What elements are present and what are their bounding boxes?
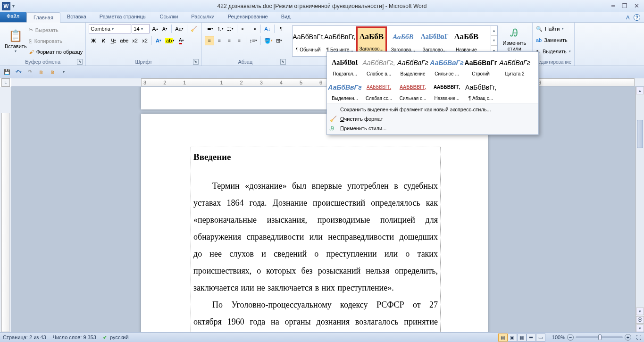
font-color-button[interactable]: A▾ bbox=[176, 36, 186, 45]
tab-home[interactable]: Главная bbox=[26, 12, 60, 23]
doc-paragraph-1[interactable]: Термин «дознание» был впервые употреблен… bbox=[193, 177, 438, 296]
close-icon[interactable]: ✕ bbox=[634, 2, 639, 9]
apply-styles-item[interactable]: ᎯПрименить стили... bbox=[327, 124, 538, 133]
style-item[interactable]: АаБбВвІПодзагол... bbox=[328, 53, 361, 77]
scroll-thumb[interactable] bbox=[637, 120, 643, 148]
paste-button[interactable]: 📋 Вставить ▾ bbox=[3, 25, 29, 57]
show-marks-button[interactable]: ¶ bbox=[276, 24, 286, 33]
style-item[interactable]: ААББВВГГ,Сильная с... bbox=[396, 78, 429, 101]
grow-font-button[interactable]: A▴ bbox=[150, 24, 159, 33]
increase-indent-button[interactable]: ⇥ bbox=[249, 24, 259, 33]
format-painter-button[interactable]: 🖌 Формат по образцу bbox=[29, 47, 83, 57]
borders-button[interactable]: ⊞▾ bbox=[275, 36, 284, 45]
qat-extra1-button[interactable]: 🗎 bbox=[36, 67, 46, 77]
tab-file[interactable]: Файл bbox=[0, 11, 26, 22]
outline-view[interactable]: ☰ bbox=[527, 334, 536, 342]
replace-button[interactable]: ab Заменить bbox=[536, 35, 568, 45]
bullets-button[interactable]: ≔▾ bbox=[205, 24, 215, 33]
doc-heading[interactable]: Введение bbox=[193, 152, 438, 162]
style-item[interactable]: АаБбВЗаголово... bbox=[356, 26, 387, 53]
print-layout-view[interactable]: ▤ bbox=[498, 334, 508, 342]
gallery-up-button[interactable]: ▴ bbox=[491, 26, 497, 36]
numbering-button[interactable]: ⒈▾ bbox=[215, 24, 225, 33]
zoom-in-button[interactable]: + bbox=[625, 334, 631, 341]
tab-stop-selector[interactable]: L bbox=[1, 78, 10, 87]
select-button[interactable]: ↖ Выделить ▾ bbox=[536, 46, 571, 57]
subscript-button[interactable]: x2 bbox=[130, 36, 140, 45]
style-item[interactable]: АаБбВвГЗаголово... bbox=[419, 26, 450, 53]
align-left-button[interactable]: ≡ bbox=[205, 36, 214, 45]
qat-extra2-button[interactable]: 🗎 bbox=[47, 67, 58, 77]
copy-button[interactable]: ⎘ Копировать bbox=[29, 36, 83, 46]
qat-customize-button[interactable]: ▾ bbox=[59, 67, 69, 77]
style-item[interactable]: ААББВВГГ,Название... bbox=[430, 78, 463, 101]
style-item[interactable]: АаБбВЗаголово... bbox=[388, 26, 418, 53]
tab-references[interactable]: Ссылки bbox=[153, 12, 185, 22]
italic-button[interactable]: К bbox=[99, 36, 108, 45]
style-item[interactable]: АаБбВвГг,¶ Без инте... bbox=[325, 26, 355, 53]
minimize-icon[interactable]: ━ bbox=[611, 2, 615, 9]
bold-button[interactable]: Ж bbox=[89, 36, 98, 45]
underline-button[interactable]: Ч▾ bbox=[109, 36, 118, 45]
zoom-level[interactable]: 100% bbox=[552, 334, 565, 340]
status-lang[interactable]: ✔ русский bbox=[103, 334, 129, 341]
line-spacing-button[interactable]: ↕≡▾ bbox=[248, 36, 259, 45]
style-item[interactable]: АаБбВвГгСильное ... bbox=[430, 53, 463, 77]
tab-layout[interactable]: Разметка страницы bbox=[93, 12, 153, 22]
zoom-thumb[interactable] bbox=[598, 334, 602, 340]
style-item[interactable]: АаБбВвГгВыделенн... bbox=[328, 78, 361, 101]
find-button[interactable]: 🔍 Найти ▾ bbox=[536, 24, 564, 34]
clear-format-item[interactable]: 🧹Очистить формат bbox=[327, 114, 538, 124]
change-case-button[interactable]: Aa▾ bbox=[174, 24, 184, 33]
restore-icon[interactable]: ❐ bbox=[622, 2, 627, 9]
style-item[interactable]: АаБбВвГгВыделение bbox=[396, 53, 429, 77]
shading-button[interactable]: 🪣▾ bbox=[263, 36, 274, 45]
save-button[interactable]: 💾 bbox=[2, 67, 12, 77]
style-item[interactable]: АаБбВвГг,¶ Обычный bbox=[293, 26, 324, 53]
font-launcher[interactable]: ⬊ bbox=[193, 59, 199, 65]
font-size-combo[interactable]: 14▾ bbox=[132, 24, 150, 33]
clipboard-launcher[interactable]: ⬊ bbox=[77, 59, 83, 65]
text-effects-button[interactable]: A▾ bbox=[154, 36, 163, 45]
style-item[interactable]: АаБбВвГг,¶ Абзац с... bbox=[464, 78, 497, 101]
prev-page-button[interactable]: ⦿ bbox=[636, 316, 644, 324]
style-item[interactable]: ААББВВГГ,Слабая сс... bbox=[362, 78, 395, 101]
undo-button[interactable]: ↶▾ bbox=[13, 67, 24, 77]
status-page[interactable]: Страница: 2 из 43 bbox=[3, 334, 46, 340]
gallery-down-button[interactable]: ▾ bbox=[491, 36, 497, 46]
align-center-button[interactable]: ≡ bbox=[215, 36, 224, 45]
shrink-font-button[interactable]: A▾ bbox=[160, 24, 169, 33]
cut-button[interactable]: ✂ Вырезать bbox=[29, 25, 83, 35]
zoom-fit-button[interactable]: ⛶ bbox=[636, 334, 641, 340]
style-item[interactable]: АаБбВНазвание bbox=[451, 26, 482, 53]
tab-mailings[interactable]: Рассылки bbox=[184, 12, 221, 22]
redo-button[interactable]: ↷ bbox=[25, 67, 35, 77]
doc-paragraph-2[interactable]: По Уголовно-процессуальному кодексу РСФС… bbox=[193, 296, 438, 332]
font-name-combo[interactable]: Cambria▾ bbox=[89, 24, 131, 33]
clear-format-button[interactable]: 🧹 bbox=[189, 24, 199, 33]
decrease-indent-button[interactable]: ⇤ bbox=[239, 24, 249, 33]
tab-insert[interactable]: Вставка bbox=[60, 12, 93, 22]
sort-button[interactable]: A↓ bbox=[263, 24, 272, 33]
zoom-out-button[interactable]: − bbox=[567, 334, 574, 341]
next-page-button[interactable]: ▾ bbox=[636, 325, 644, 332]
tab-review[interactable]: Рецензирование bbox=[221, 12, 275, 22]
tab-view[interactable]: Вид bbox=[275, 12, 297, 22]
save-quick-style-item[interactable]: Сохранить выделенный фрагмент как новый … bbox=[327, 105, 538, 114]
minimize-ribbon-icon[interactable]: ᐱ bbox=[626, 15, 630, 21]
ruler-vertical[interactable] bbox=[0, 87, 11, 332]
scroll-down-button[interactable]: ▾ bbox=[636, 308, 644, 315]
superscript-button[interactable]: x2 bbox=[140, 36, 150, 45]
help-icon[interactable]: ? bbox=[634, 14, 640, 21]
style-item[interactable]: АаБбВвГгСтрогий bbox=[464, 53, 497, 77]
draft-view[interactable]: ▭ bbox=[536, 334, 545, 342]
fullscreen-view[interactable]: ▣ bbox=[508, 334, 517, 342]
paragraph-launcher[interactable]: ⬊ bbox=[280, 59, 286, 65]
zoom-slider[interactable] bbox=[576, 336, 623, 338]
justify-button[interactable]: ≡ bbox=[234, 36, 244, 45]
style-item[interactable]: АаБбВвГг,Слабое в... bbox=[362, 53, 395, 77]
scrollbar-vertical[interactable]: ▴ ▾ ⦿ ▾ bbox=[636, 87, 644, 332]
multilevel-button[interactable]: ☷▾ bbox=[226, 24, 235, 33]
highlight-button[interactable]: ab▾ bbox=[164, 36, 176, 45]
style-item[interactable]: АаБбВвГгЦитата 2 bbox=[498, 53, 531, 77]
